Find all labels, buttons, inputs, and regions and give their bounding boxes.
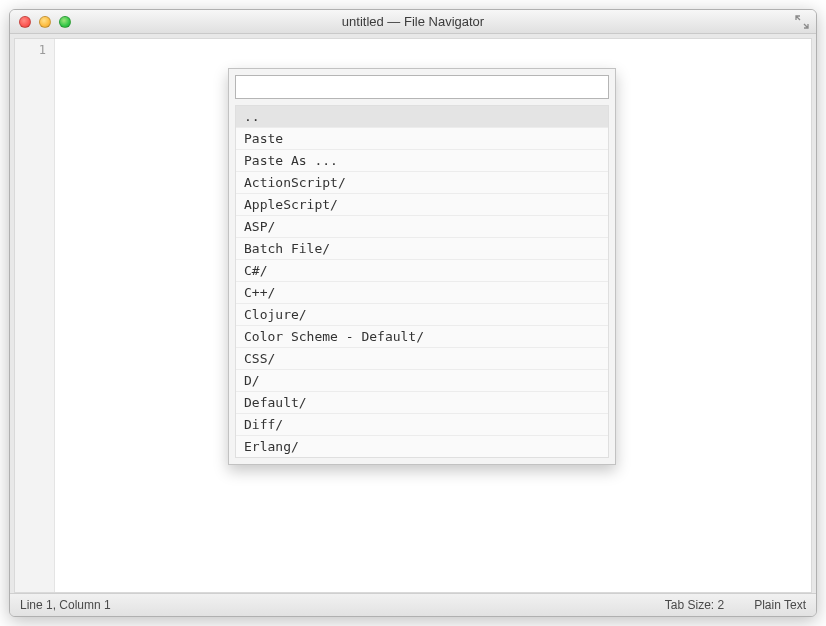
- palette-item-default[interactable]: Default/: [236, 392, 608, 414]
- palette-input[interactable]: [235, 75, 609, 99]
- palette-item-parent[interactable]: ..: [236, 106, 608, 128]
- palette-item-paste[interactable]: Paste: [236, 128, 608, 150]
- palette-item-diff[interactable]: Diff/: [236, 414, 608, 436]
- app-window: untitled — File Navigator 1 .. Paste Pas…: [9, 9, 817, 617]
- palette-item-csharp[interactable]: C#/: [236, 260, 608, 282]
- status-tab-size[interactable]: Tab Size: 2: [665, 598, 724, 612]
- palette-list: .. Paste Paste As ... ActionScript/ Appl…: [235, 105, 609, 458]
- minimize-icon[interactable]: [39, 16, 51, 28]
- titlebar: untitled — File Navigator: [10, 10, 816, 34]
- palette-item-clojure[interactable]: Clojure/: [236, 304, 608, 326]
- close-icon[interactable]: [19, 16, 31, 28]
- palette-item-applescript[interactable]: AppleScript/: [236, 194, 608, 216]
- fullscreen-icon[interactable]: [794, 14, 810, 30]
- palette-item-batch-file[interactable]: Batch File/: [236, 238, 608, 260]
- palette-item-cpp[interactable]: C++/: [236, 282, 608, 304]
- window-title: untitled — File Navigator: [10, 14, 816, 29]
- palette-item-color-scheme-default[interactable]: Color Scheme - Default/: [236, 326, 608, 348]
- palette-item-asp[interactable]: ASP/: [236, 216, 608, 238]
- palette-item-css[interactable]: CSS/: [236, 348, 608, 370]
- line-number: 1: [15, 43, 46, 57]
- file-navigator-palette: .. Paste Paste As ... ActionScript/ Appl…: [228, 68, 616, 465]
- palette-item-d[interactable]: D/: [236, 370, 608, 392]
- palette-item-paste-as[interactable]: Paste As ...: [236, 150, 608, 172]
- window-body: 1 .. Paste Paste As ... ActionScript/ Ap…: [10, 34, 816, 593]
- status-position[interactable]: Line 1, Column 1: [20, 598, 111, 612]
- traffic-lights: [19, 16, 71, 28]
- gutter: 1: [15, 39, 55, 592]
- palette-item-actionscript[interactable]: ActionScript/: [236, 172, 608, 194]
- status-bar: Line 1, Column 1 Tab Size: 2 Plain Text: [10, 593, 816, 616]
- zoom-icon[interactable]: [59, 16, 71, 28]
- palette-item-erlang[interactable]: Erlang/: [236, 436, 608, 457]
- status-syntax[interactable]: Plain Text: [754, 598, 806, 612]
